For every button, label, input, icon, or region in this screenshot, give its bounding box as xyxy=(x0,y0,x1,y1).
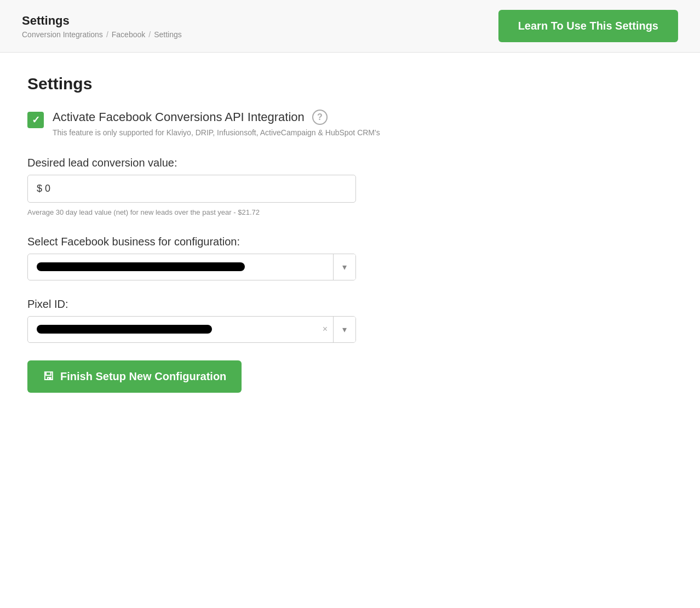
checkmark-icon: ✓ xyxy=(32,114,40,126)
breadcrumb: Conversion Integrations / Facebook / Set… xyxy=(22,30,182,39)
activate-sublabel: This feature is only supported for Klavi… xyxy=(53,128,380,137)
activate-checkbox[interactable]: ✓ xyxy=(27,112,44,128)
chevron-down-icon: ▾ xyxy=(342,262,347,272)
header-left: Settings Conversion Integrations / Faceb… xyxy=(22,14,182,39)
lead-conversion-section: Desired lead conversion value: Average 3… xyxy=(27,157,673,218)
close-icon: × xyxy=(323,324,328,334)
facebook-business-label: Select Facebook business for configurati… xyxy=(27,236,673,248)
lead-conversion-label: Desired lead conversion value: xyxy=(27,157,673,169)
facebook-business-arrow[interactable]: ▾ xyxy=(333,254,355,280)
activate-label: Activate Facebook Conversions API Integr… xyxy=(53,110,305,124)
facebook-business-section: Select Facebook business for configurati… xyxy=(27,236,673,280)
activate-text-block: Activate Facebook Conversions API Integr… xyxy=(53,110,380,137)
finish-setup-label: Finish Setup New Configuration xyxy=(60,370,226,383)
pixel-id-arrow[interactable]: ▾ xyxy=(333,317,355,342)
pixel-id-section: Pixel ID: × ▾ xyxy=(27,298,673,343)
header-title: Settings xyxy=(22,14,182,28)
save-icon: 🖫 xyxy=(43,370,54,383)
lead-conversion-input[interactable] xyxy=(27,175,356,203)
pixel-id-redacted xyxy=(37,325,212,334)
page-title: Settings xyxy=(27,74,673,93)
breadcrumb-sep-2: / xyxy=(148,30,151,39)
facebook-business-value xyxy=(28,255,333,279)
header: Settings Conversion Integrations / Faceb… xyxy=(0,0,700,53)
breadcrumb-item-2: Facebook xyxy=(112,30,145,39)
pixel-id-label: Pixel ID: xyxy=(27,298,673,311)
finish-setup-button[interactable]: 🖫 Finish Setup New Configuration xyxy=(27,360,242,393)
pixel-id-select[interactable]: × ▾ xyxy=(27,316,356,343)
breadcrumb-sep-1: / xyxy=(106,30,108,39)
main-content: Settings ✓ Activate Facebook Conversions… xyxy=(0,53,700,415)
facebook-business-redacted xyxy=(37,262,245,271)
checkbox-label-row: Activate Facebook Conversions API Integr… xyxy=(53,110,380,125)
breadcrumb-item-3: Settings xyxy=(154,30,182,39)
pixel-id-clear-button[interactable]: × xyxy=(317,317,333,342)
activate-checkbox-wrapper[interactable]: ✓ xyxy=(27,112,44,128)
help-icon[interactable]: ? xyxy=(312,110,328,125)
activate-section: ✓ Activate Facebook Conversions API Inte… xyxy=(27,110,673,137)
breadcrumb-item-1: Conversion Integrations xyxy=(22,30,103,39)
lead-conversion-hint: Average 30 day lead value (net) for new … xyxy=(27,207,329,218)
facebook-business-select[interactable]: ▾ xyxy=(27,254,356,280)
pixel-id-value xyxy=(28,317,317,341)
learn-button[interactable]: Learn To Use This Settings xyxy=(498,10,678,42)
chevron-down-icon: ▾ xyxy=(342,324,347,335)
